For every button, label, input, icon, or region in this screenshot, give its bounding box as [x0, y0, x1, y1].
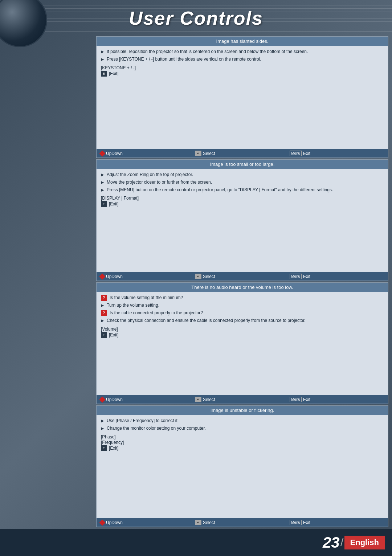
card-flickering-body: ▶ Use [Phase / Frequency] to correct it.…	[97, 415, 388, 518]
nav-exit: Menu Exit	[290, 397, 384, 402]
menu-label: Menu	[290, 520, 302, 525]
shortcut-size-2: E [Exit]	[101, 201, 384, 207]
key-icon: E	[101, 332, 107, 338]
card-flickering: Image is unstable or flickering. ▶ Use […	[96, 405, 388, 527]
shortcut-row-1: [KEYSTONE + / -]	[101, 65, 384, 70]
shortcut-audio: [Volume] E [Exit]	[101, 327, 384, 338]
enter-icon: ↵	[195, 274, 201, 279]
card-size-header: Image is too small or too large.	[97, 160, 388, 169]
page-header: User Controls	[0, 0, 392, 36]
main-content: Image has slanted sides. ▶ If possible, …	[96, 36, 388, 527]
nav-exit: Menu Exit	[290, 151, 384, 156]
card-audio-body: ? Is the volume setting at the minimum? …	[97, 292, 388, 395]
page-info: 23 / English	[323, 534, 385, 551]
shortcut-slanted: [KEYSTONE + / -] E [Exit]	[101, 65, 384, 77]
shortcut-flicker-1: [Phase]	[101, 434, 384, 440]
diamond-icon	[99, 519, 106, 526]
nav-updown: UpDown	[100, 520, 195, 525]
nav-exit: Menu Exit	[290, 274, 384, 279]
bullet-slanted-2: ▶ Press [KEYSTONE + / -] button until th…	[101, 56, 384, 62]
card-audio-footer: UpDown ↵ Select Menu Exit	[97, 395, 388, 404]
enter-icon: ↵	[195, 151, 201, 156]
bullet-audio-1: ? Is the volume setting at the minimum?	[101, 295, 384, 301]
shortcut-audio-1: [Volume]	[101, 327, 384, 332]
card-slanted-header: Image has slanted sides.	[97, 37, 388, 46]
diamond-icon	[99, 396, 106, 402]
shortcut-audio-2: E [Exit]	[101, 332, 384, 338]
nav-select: ↵ Select	[195, 151, 290, 156]
arrow-icon: ▶	[101, 187, 104, 193]
shortcut-flicker-2: [Frequency]	[101, 440, 384, 445]
shortcut-flickering: [Phase] [Frequency] E [Exit]	[101, 434, 384, 451]
arrow-icon: ▶	[101, 180, 104, 185]
card-slanted-body: ▶ If possible, reposition the projector …	[97, 46, 388, 149]
bullet-flicker-1: ▶ Use [Phase / Frequency] to correct it.	[101, 418, 384, 424]
bullet-audio-2: ▶ Turn up the volume setting.	[101, 302, 384, 308]
nav-select: ↵ Select	[195, 520, 290, 525]
arrow-icon: ▶	[101, 172, 104, 177]
card-audio: There is no audio heard or the volume is…	[96, 282, 388, 404]
page-slash: /	[340, 536, 344, 549]
shortcut-size-1: [DISPLAY | Format]	[101, 196, 384, 201]
enter-icon: ↵	[195, 397, 201, 402]
card-flickering-header: Image is unstable or flickering.	[97, 406, 388, 415]
arrow-icon: ▶	[101, 426, 104, 431]
nav-select: ↵ Select	[195, 397, 290, 402]
nav-updown: UpDown	[100, 274, 195, 279]
question-icon: ?	[101, 310, 107, 316]
card-audio-header: There is no audio heard or the volume is…	[97, 283, 388, 292]
bullet-size-1: ▶ Adjust the Zoom Ring on the top of pro…	[101, 172, 384, 178]
key-icon: E	[101, 71, 107, 77]
nav-updown: UpDown	[100, 151, 195, 156]
card-size-body: ▶ Adjust the Zoom Ring on the top of pro…	[97, 169, 388, 272]
page-title: User Controls	[129, 7, 263, 29]
card-slanted-footer: UpDown ↵ Select Menu Exit	[97, 149, 388, 158]
menu-label: Menu	[290, 274, 302, 279]
bullet-size-2: ▶ Move the projector closer to or furthe…	[101, 179, 384, 185]
card-size-footer: UpDown ↵ Select Menu Exit	[97, 272, 388, 281]
bullet-audio-3: ? Is the cable connected properly to the…	[101, 310, 384, 316]
card-size: Image is too small or too large. ▶ Adjus…	[96, 159, 388, 281]
diamond-icon	[99, 150, 106, 156]
bullet-slanted-1: ▶ If possible, reposition the projector …	[101, 49, 384, 55]
arrow-icon: ▶	[101, 49, 104, 54]
enter-icon: ↵	[195, 520, 201, 525]
question-icon: ?	[101, 295, 107, 301]
arrow-icon: ▶	[101, 57, 104, 62]
bullet-size-3: ▶ Press [MENU] button on the remote cont…	[101, 187, 384, 193]
page-number: 23	[323, 534, 340, 551]
shortcut-row-2: E [Exit]	[101, 71, 384, 77]
bullet-flicker-2: ▶ Change the monitor color setting on yo…	[101, 425, 384, 432]
bottom-bar: 23 / English	[0, 529, 392, 556]
arrow-icon: ▶	[101, 418, 104, 424]
nav-updown: UpDown	[100, 397, 195, 402]
arrow-icon: ▶	[101, 303, 104, 308]
diamond-icon	[99, 273, 106, 279]
key-icon: E	[101, 201, 107, 207]
shortcut-size: [DISPLAY | Format] E [Exit]	[101, 196, 384, 207]
nav-exit: Menu Exit	[290, 520, 384, 525]
card-flickering-footer: UpDown ↵ Select Menu Exit	[97, 518, 388, 527]
key-icon: E	[101, 445, 107, 451]
menu-label: Menu	[290, 397, 302, 402]
nav-select: ↵ Select	[195, 274, 290, 279]
card-slanted: Image has slanted sides. ▶ If possible, …	[96, 36, 388, 158]
language-badge: English	[344, 536, 385, 549]
arrow-icon: ▶	[101, 318, 104, 323]
shortcut-flicker-3: E [Exit]	[101, 445, 384, 451]
bullet-audio-4: ▶ Check the physical connection and ensu…	[101, 318, 384, 324]
menu-label: Menu	[290, 151, 302, 156]
